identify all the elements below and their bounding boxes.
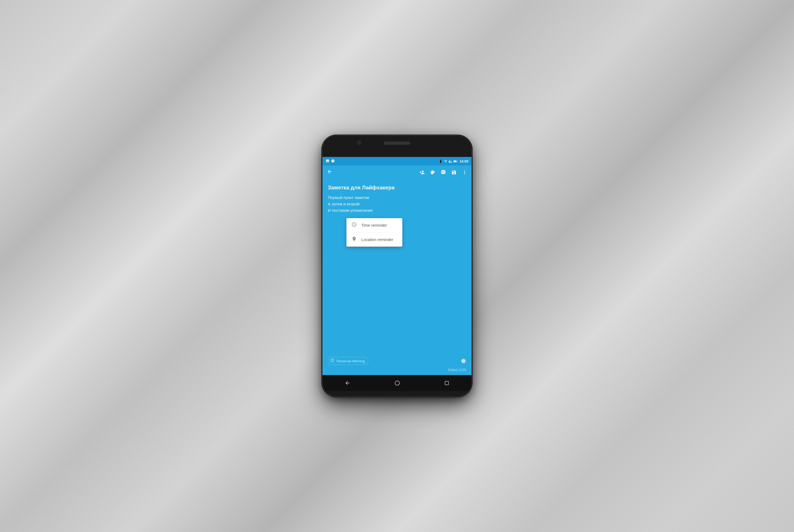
reminder-chip[interactable]: Tomorrow Morning [328,357,368,365]
dropdown-menu: Time reminder Location reminder [346,218,402,247]
status-left-icons [326,159,335,164]
reminder-chip-text: Tomorrow Morning [336,359,365,363]
battery-icon [453,159,458,163]
time-reminder-icon [351,222,357,228]
status-right-area: 📳 14:09 [439,159,468,163]
camera-button[interactable] [438,168,448,177]
reminder-close-button[interactable] [461,358,466,364]
location-reminder-item[interactable]: Location reminder [346,232,402,247]
note-line-1: Первый пункт заметки [328,194,466,201]
svg-rect-2 [457,161,457,162]
note-line-3: И поставим упоминание [328,207,466,214]
nav-back-button[interactable] [339,377,356,388]
palette-button[interactable] [428,168,437,177]
wifi-icon [444,159,447,163]
phone-device: 📳 14:09 [322,136,472,396]
speaker [384,141,410,145]
time-reminder-label: Time reminder [361,223,387,227]
signal-icon [449,159,452,163]
top-bezel [322,136,472,157]
svg-point-3 [395,381,400,385]
save-button[interactable] [449,168,459,177]
nav-recent-button[interactable] [439,378,455,388]
svg-rect-1 [454,161,456,162]
back-button[interactable] [325,167,335,178]
more-button[interactable] [460,168,469,177]
time-reminder-item[interactable]: Time reminder [346,218,402,232]
status-bar: 📳 14:09 [322,157,472,166]
edited-timestamp: Edited 13:55 [322,367,472,375]
app-toolbar [322,166,472,179]
note-line-2: А затем и второй [328,201,466,207]
note-body[interactable]: Первый пункт заметки А затем и второй И … [328,194,466,214]
edited-label: Edited 13:55 [448,368,466,372]
gallery-status-icon [326,159,329,164]
add-person-button[interactable] [417,168,427,177]
bottom-bezel [322,391,472,396]
reminder-clock-icon [330,358,335,364]
location-reminder-label: Location reminder [361,237,393,242]
note-title[interactable]: Заметка для Лайфхакера [328,185,466,191]
note-content-area: Заметка для Лайфхакера Первый пункт заме… [322,179,472,357]
reminder-area: Tomorrow Morning [322,357,472,367]
screen: 📳 14:09 [322,157,472,375]
svg-rect-4 [445,381,449,385]
status-time: 14:09 [459,159,468,163]
nav-home-button[interactable] [389,377,405,388]
location-reminder-icon [351,236,357,243]
bottom-navigation [322,375,472,391]
toolbar-actions [417,168,469,177]
front-camera [357,140,361,145]
sync-status-icon [331,159,335,164]
vibrate-icon: 📳 [439,159,442,163]
